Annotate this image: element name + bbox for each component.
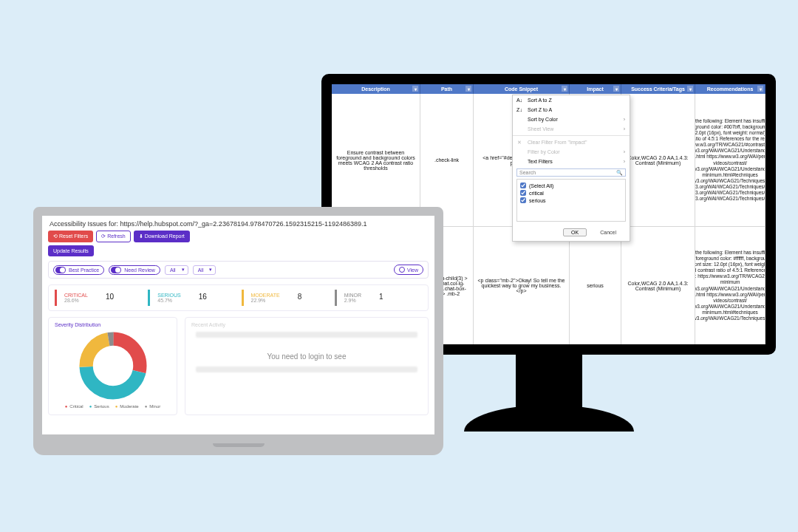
- filter-ok-button[interactable]: OK: [563, 228, 587, 236]
- toggle-knob-icon: [399, 267, 405, 273]
- column-filter-dropdown: A↓Sort A to Z Z↓Sort Z to A Sort by Colo…: [512, 95, 630, 242]
- chevron-right-icon: ›: [624, 159, 625, 164]
- menu-filter-color: Filter by Color›: [513, 147, 630, 157]
- cell-impact[interactable]: serious: [570, 227, 621, 345]
- stat-serious[interactable]: SERIOUS 45.7% 16: [148, 290, 235, 306]
- filter-cancel-button[interactable]: Cancel: [593, 228, 624, 236]
- cell-recommendations[interactable]: Fix any of the following: Element has in…: [695, 227, 765, 345]
- need-review-toggle[interactable]: Need Review: [109, 265, 160, 275]
- svg-point-4: [96, 349, 130, 383]
- menu-text-filters[interactable]: Text Filters›: [513, 157, 630, 166]
- chevron-right-icon: ›: [624, 126, 625, 132]
- stat-percent: 28.6%: [64, 298, 88, 303]
- col-header-criteria[interactable]: Success Criteria/Tags▾: [621, 84, 695, 94]
- menu-sort-color[interactable]: Sort by Color›: [513, 115, 630, 124]
- locked-panel: Recent Activity You need to login to see: [185, 317, 429, 415]
- toggle-switch-icon: [55, 267, 66, 273]
- laptop-device: Accessibility Issues for: https://help.h…: [33, 207, 443, 455]
- stat-minor[interactable]: MINOR 2.9% 1: [335, 290, 422, 306]
- menu-separator: [513, 135, 630, 136]
- filter-arrow-icon[interactable]: ▾: [757, 86, 763, 92]
- severity-distribution-panel: Severity Distribution Critical Serious M…: [48, 317, 177, 415]
- col-header-recommendations[interactable]: Recommendations▾: [695, 84, 765, 94]
- stat-moderate[interactable]: MODERATE 22.9% 8: [242, 290, 329, 306]
- toolbar: ⟲ Reset Filters ⟳ Refresh ⬇ Download Rep…: [48, 231, 429, 242]
- stat-percent: 22.9%: [251, 298, 280, 303]
- panel-title: Severity Distribution: [55, 322, 100, 327]
- update-results-button[interactable]: Update Results: [48, 245, 94, 256]
- cell-criteria[interactable]: Color,WCAG 2.0 AA,1.4.3: Contrast (Minim…: [621, 227, 695, 345]
- blurred-content: [196, 332, 417, 338]
- menu-clear-filter: ✕Clear Filter From "Impact": [513, 137, 630, 147]
- cell-criteria[interactable]: Color,WCAG 2.0 AA,1.4.3: Contrast (Minim…: [621, 94, 695, 227]
- stat-label: MODERATE: [251, 293, 280, 298]
- laptop-screen: Accessibility Issues for: https://help.h…: [33, 207, 443, 443]
- filter-arrow-icon[interactable]: ▾: [562, 86, 567, 92]
- filter-arrow-icon[interactable]: ▾: [466, 86, 471, 92]
- stat-count: 8: [298, 293, 302, 301]
- page-title: Accessibility Issues for: https://help.h…: [48, 219, 429, 231]
- sort-za-icon: Z↓: [516, 107, 523, 112]
- chart-legend: Critical Serious Moderate Minor: [65, 404, 161, 409]
- filter-value-list: (Select All) critical serious: [516, 179, 626, 222]
- sort-az-icon: A↓: [516, 98, 523, 103]
- download-report-button[interactable]: ⬇ Download Report: [134, 231, 190, 242]
- stat-label: SERIOUS: [157, 293, 181, 298]
- toggle-switch-icon: [111, 267, 121, 273]
- stat-count: 16: [199, 293, 207, 301]
- laptop-base: [33, 443, 443, 455]
- cell-code[interactable]: <p class="mb-2">Okay! So tell me the qui…: [474, 227, 570, 345]
- stat-count: 10: [106, 293, 114, 301]
- filter-search-input[interactable]: Search🔍: [516, 168, 626, 177]
- filter-check-select-all[interactable]: (Select All): [520, 182, 622, 189]
- search-icon: 🔍: [616, 170, 623, 176]
- col-header-impact[interactable]: Impact▾: [570, 84, 621, 94]
- filter-check-serious[interactable]: serious: [520, 197, 622, 204]
- stat-count: 1: [379, 293, 383, 301]
- col-header-path[interactable]: Path▾: [420, 84, 474, 94]
- legend-moderate: Moderate: [115, 404, 139, 409]
- filter-check-critical[interactable]: critical: [520, 189, 622, 197]
- filter-select-2[interactable]: All: [193, 265, 216, 275]
- filter-arrow-icon[interactable]: ▾: [687, 86, 693, 92]
- stat-critical[interactable]: CRITICAL 28.6% 10: [55, 290, 142, 306]
- col-header-code[interactable]: Code Snippet▾: [474, 84, 570, 94]
- severity-stats: CRITICAL 28.6% 10 SERIOUS 45.7% 16 MODER…: [48, 284, 429, 311]
- filter-arrow-icon[interactable]: ▾: [412, 86, 418, 92]
- col-header-description[interactable]: Description▾: [332, 84, 420, 94]
- stat-percent: 45.7%: [157, 298, 181, 303]
- best-practice-toggle[interactable]: Best Practice: [53, 265, 104, 275]
- blurred-content: [196, 366, 417, 372]
- menu-sheet-view: Sheet View›: [513, 124, 630, 134]
- chevron-right-icon: ›: [624, 117, 625, 122]
- stat-label: MINOR: [344, 293, 361, 298]
- refresh-button[interactable]: ⟳ Refresh: [96, 231, 130, 242]
- monitor-base: [464, 405, 634, 432]
- filter-select-1[interactable]: All: [165, 265, 188, 275]
- legend-serious: Serious: [89, 404, 109, 409]
- chevron-right-icon: ›: [624, 149, 625, 154]
- filter-bar: Best Practice Need Review All All View: [48, 261, 429, 279]
- clear-filter-icon: ✕: [516, 140, 523, 146]
- cell-recommendations[interactable]: Fix any of the following: Element has in…: [695, 94, 765, 227]
- legend-minor: Minor: [145, 404, 161, 409]
- panel-title: Recent Activity: [191, 322, 422, 327]
- stat-label: CRITICAL: [64, 293, 88, 298]
- legend-critical: Critical: [65, 404, 83, 409]
- view-toggle[interactable]: View: [394, 265, 423, 275]
- menu-sort-za[interactable]: Z↓Sort Z to A: [513, 105, 630, 115]
- stat-percent: 2.9%: [344, 298, 361, 303]
- spreadsheet-header-row: Description▾ Path▾ Code Snippet▾ Impact▾…: [332, 84, 765, 94]
- menu-sort-az[interactable]: A↓Sort A to Z: [513, 95, 630, 105]
- severity-donut-chart: [78, 330, 149, 401]
- filter-arrow-icon[interactable]: ▾: [613, 86, 619, 92]
- reset-filters-button[interactable]: ⟲ Reset Filters: [48, 231, 93, 242]
- login-required-message: You need to login to see: [191, 339, 422, 365]
